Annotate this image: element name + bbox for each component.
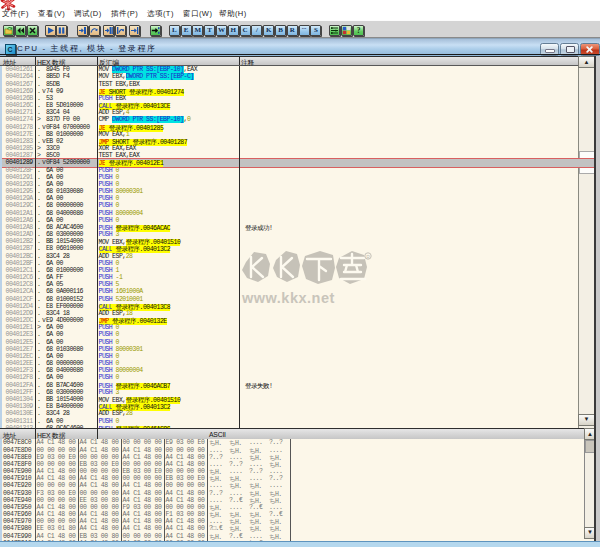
svg-text:www.kkx.net: www.kkx.net — [241, 290, 335, 306]
svg-text:R: R — [366, 254, 370, 260]
svg-text:?: ? — [357, 26, 361, 35]
